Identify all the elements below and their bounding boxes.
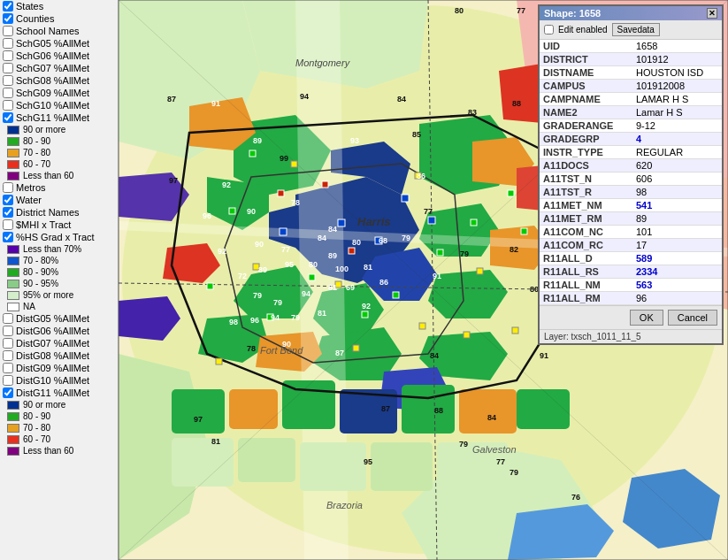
checkbox-distg05[interactable] [3, 313, 13, 324]
layer-pct-hs[interactable]: %HS Grad x Tract [0, 231, 118, 243]
svg-text:79: 79 [459, 440, 468, 449]
ok-button[interactable]: OK [630, 310, 663, 326]
legend3-color-4 [7, 447, 19, 456]
layer-schg05[interactable]: SchG05 %AllMet [0, 37, 118, 50]
layer-school-names[interactable]: School Names [0, 25, 118, 37]
savedata-button[interactable]: Savedata [612, 23, 660, 36]
svg-rect-34 [362, 311, 368, 318]
svg-text:79: 79 [273, 298, 282, 307]
checkbox-district-names[interactable] [3, 207, 13, 218]
layer-distg06[interactable]: DistG06 %AllMet [0, 325, 118, 337]
svg-rect-30 [419, 323, 425, 329]
field-name-cell: R11ALL_RS [540, 265, 632, 279]
layer-smhix[interactable]: $MHI x Tract [0, 219, 118, 231]
layer-distg08[interactable]: DistG08 %AllMet [0, 349, 118, 362]
layer-schg10[interactable]: SchG10 %AllMet [0, 99, 118, 111]
table-row: A11DOCS620 [540, 159, 722, 173]
shape-table: UID1658DISTRICT101912DISTNAMEHOUSTON ISD… [540, 40, 722, 305]
cancel-button[interactable]: Cancel [668, 310, 717, 326]
shape-panel: Shape: 1658 ✕ Edit enabled Savedata UID1… [538, 4, 724, 345]
legend1-item-0: 90 or more [0, 124, 118, 135]
field-name-cell: A11DOCS [540, 159, 632, 173]
checkbox-smhix[interactable] [3, 219, 13, 230]
checkbox-distg06[interactable] [3, 326, 13, 336]
checkbox-schg07[interactable] [3, 63, 13, 73]
table-row: GRADERANGE9-12 [540, 119, 722, 133]
layer-water[interactable]: Water [0, 194, 118, 206]
svg-text:87: 87 [381, 404, 390, 413]
svg-rect-27 [512, 327, 518, 334]
label-states: States [16, 1, 43, 12]
table-row: CAMPUS101912008 [540, 80, 722, 93]
layer-schg07[interactable]: SchG07 %AllMet [0, 62, 118, 74]
label-schg08: SchG08 %AllMet [16, 75, 89, 86]
field-value-cell: 2334 [632, 265, 722, 279]
layer-schg06[interactable]: SchG06 %AllMet [0, 50, 118, 62]
svg-text:68: 68 [379, 236, 387, 245]
layer-schg09[interactable]: SchG09 %AllMet [0, 87, 118, 99]
svg-rect-21 [291, 161, 297, 167]
checkbox-schg08[interactable] [3, 75, 13, 86]
checkbox-school-names[interactable] [3, 26, 13, 36]
checkbox-states[interactable] [3, 1, 13, 12]
layer-distg11[interactable]: DistG11 %AllMet [0, 387, 118, 399]
svg-text:81: 81 [364, 263, 372, 272]
svg-text:79: 79 [253, 291, 262, 300]
checkbox-schg10[interactable] [3, 100, 13, 111]
layer-schg11[interactable]: SchG11 %AllMet [0, 111, 118, 124]
checkbox-pct-hs[interactable] [3, 232, 13, 242]
svg-rect-28 [216, 358, 222, 364]
checkbox-counties[interactable] [3, 13, 13, 24]
checkbox-distg08[interactable] [3, 350, 13, 361]
checkbox-distg10[interactable] [3, 375, 13, 386]
layer-distg09[interactable]: DistG09 %AllMet [0, 362, 118, 374]
checkbox-water[interactable] [3, 195, 13, 205]
layer-schg08[interactable]: SchG08 %AllMet [0, 74, 118, 87]
legend1-label-2: 70 - 80 [23, 148, 50, 157]
legend3-label-3: 60 - 70 [23, 434, 50, 444]
checkbox-schg11[interactable] [3, 112, 13, 123]
checkbox-distg07[interactable] [3, 338, 13, 349]
svg-text:96: 96 [250, 316, 259, 325]
label-distg08: DistG08 %AllMet [16, 350, 89, 361]
svg-text:69: 69 [346, 283, 355, 292]
svg-text:87: 87 [335, 349, 344, 357]
svg-text:88: 88 [512, 99, 521, 108]
svg-text:89: 89 [258, 265, 267, 274]
checkbox-schg09[interactable] [3, 88, 13, 98]
field-name-cell: A11COM_NC [540, 226, 632, 239]
layer-distg05[interactable]: DistG05 %AllMet [0, 312, 118, 325]
svg-text:93: 93 [350, 136, 359, 145]
svg-text:76: 76 [571, 493, 580, 502]
layer-counties[interactable]: Counties [0, 12, 118, 25]
checkbox-schg05[interactable] [3, 38, 13, 49]
shape-panel-close[interactable]: ✕ [707, 8, 717, 19]
legend3-label-1: 80 - 90 [23, 411, 50, 421]
table-row: R11ALL_D589 [540, 252, 722, 265]
layer-metros[interactable]: Metros [0, 181, 118, 194]
checkbox-distg09[interactable] [3, 363, 13, 373]
layer-distg10[interactable]: DistG10 %AllMet [0, 374, 118, 387]
left-panel: States Counties School Names SchG05 %All… [0, 0, 119, 560]
checkbox-distg11[interactable] [3, 387, 13, 398]
checkbox-metros[interactable] [3, 182, 13, 193]
field-value-cell: HOUSTON ISD [632, 66, 722, 80]
layer-district-names[interactable]: District Names [0, 206, 118, 219]
map-area[interactable]: Montgomery Harris Fort Bend Galveston Br… [119, 0, 728, 560]
field-value-cell: 589 [632, 252, 722, 265]
legend3-item-4: Less than 60 [0, 445, 118, 456]
table-row: A11COM_RC17 [540, 239, 722, 252]
layer-distg07[interactable]: DistG07 %AllMet [0, 337, 118, 349]
table-row: GRADEGRP4 [540, 133, 722, 146]
legend1-color-0 [7, 126, 19, 134]
svg-text:84: 84 [430, 351, 439, 360]
legend2-label-3: 90 - 95% [23, 279, 58, 288]
label-distg05: DistG05 %AllMet [16, 313, 89, 324]
svg-text:77: 77 [424, 207, 433, 216]
layer-states[interactable]: States [0, 0, 118, 12]
field-name-cell: DISTRICT [540, 53, 632, 66]
edit-enabled-checkbox[interactable] [544, 25, 554, 35]
checkbox-schg06[interactable] [3, 50, 13, 61]
svg-rect-32 [229, 208, 235, 214]
svg-text:86: 86 [417, 172, 425, 180]
